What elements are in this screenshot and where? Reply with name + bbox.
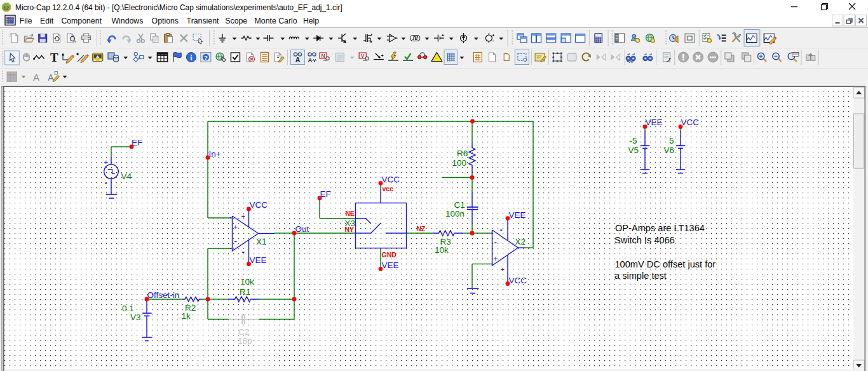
svg-text:VCC: VCC (382, 175, 400, 184)
svg-text:OP-Amps are LT1364: OP-Amps are LT1364 (615, 223, 705, 233)
svg-text:V: V (361, 53, 365, 59)
svg-text:NZ: NZ (417, 225, 426, 233)
svg-text:100mV DC offset just for: 100mV DC offset just for (615, 259, 716, 269)
svg-text:Help: Help (303, 17, 319, 25)
svg-text:VEE: VEE (646, 118, 663, 127)
svg-text:VEE: VEE (509, 210, 526, 220)
svg-text:-: - (500, 225, 503, 234)
svg-text:Scope: Scope (225, 17, 247, 25)
svg-text:?: ? (204, 54, 208, 61)
svg-text:10k: 10k (240, 277, 254, 287)
svg-text:Out: Out (295, 224, 309, 234)
svg-text:X2: X2 (515, 237, 526, 246)
svg-text:Edit: Edit (40, 17, 54, 25)
svg-text:V4: V4 (121, 172, 132, 181)
svg-text:VEE: VEE (382, 260, 399, 270)
svg-text:+: + (234, 223, 238, 231)
svg-text:A: A (295, 56, 301, 64)
svg-text:Component: Component (61, 17, 102, 25)
svg-text:+: + (501, 266, 505, 273)
svg-text:GND: GND (382, 251, 397, 259)
svg-text:V3: V3 (130, 313, 141, 322)
svg-text:X1: X1 (256, 237, 267, 246)
svg-text:1k: 1k (182, 311, 191, 321)
svg-text:12: 12 (4, 5, 10, 11)
svg-text:-5: -5 (630, 136, 637, 145)
svg-text:vcc: vcc (383, 185, 394, 192)
svg-text:VCC: VCC (250, 200, 268, 210)
svg-text:A: A (308, 57, 313, 64)
svg-text:R6: R6 (457, 149, 468, 158)
svg-text:T: T (50, 51, 58, 64)
svg-text:C1: C1 (454, 200, 465, 210)
svg-text:Switch Is 4066: Switch Is 4066 (614, 235, 675, 245)
svg-text:VCC: VCC (509, 276, 527, 285)
svg-text:Windows: Windows (112, 17, 144, 25)
svg-text:-: - (105, 178, 107, 187)
svg-text:-: - (234, 236, 237, 246)
svg-text:C2: C2 (238, 327, 249, 337)
svg-text:NY: NY (345, 226, 355, 233)
svg-text:Micro-Cap 12.2.0.4 (64 bit) -: Micro-Cap 12.2.0.4 (64 bit) - [Q:\Electr… (15, 3, 342, 12)
svg-text:R1: R1 (240, 287, 250, 297)
svg-text:-: - (494, 238, 497, 247)
svg-text:a simple test: a simple test (614, 271, 667, 281)
svg-text:-: - (242, 247, 245, 257)
svg-text:V5: V5 (628, 145, 639, 155)
svg-text:Offset-in: Offset-in (147, 290, 180, 300)
svg-text:Options: Options (152, 17, 179, 25)
svg-text:Monte Carlo: Monte Carlo (255, 17, 297, 25)
svg-text:EF: EF (132, 138, 142, 147)
svg-text:+: + (241, 212, 245, 220)
svg-text:100: 100 (452, 158, 467, 168)
svg-text:EF: EF (320, 189, 331, 199)
svg-text:VEE: VEE (250, 255, 267, 265)
svg-text:V6: V6 (664, 145, 675, 155)
svg-text:10k: 10k (435, 245, 449, 255)
svg-text:0.1: 0.1 (122, 304, 134, 313)
svg-text:NE: NE (346, 210, 355, 217)
svg-text:5: 5 (669, 136, 674, 145)
svg-text:100: 100 (792, 52, 798, 56)
svg-text:+: + (104, 158, 108, 166)
svg-text:+: + (494, 255, 498, 262)
svg-text:Transient: Transient (187, 17, 219, 25)
svg-text:N: N (321, 53, 325, 59)
svg-text:File: File (20, 17, 32, 25)
svg-text:100n: 100n (445, 209, 465, 219)
svg-text:In+: In+ (209, 149, 221, 159)
svg-text:VCC: VCC (681, 118, 700, 127)
svg-text:A: A (33, 72, 39, 83)
svg-text:18p: 18p (238, 336, 252, 346)
